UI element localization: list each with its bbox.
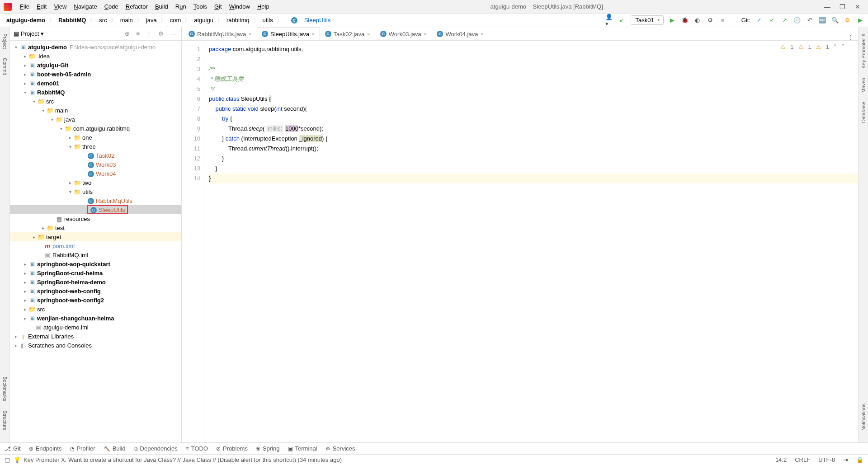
tree-main[interactable]: ▾📁main xyxy=(10,106,181,115)
git-history-icon[interactable]: 🕘 xyxy=(793,16,801,24)
tree-src-top[interactable]: ▸📁src xyxy=(10,305,181,314)
tree-one[interactable]: ▸📁one xyxy=(10,133,181,142)
tree-work04[interactable]: CWork04 xyxy=(10,169,181,178)
tree-task02[interactable]: CTask02 xyxy=(10,151,181,160)
git-commit-icon[interactable]: ✓ xyxy=(768,16,776,24)
tab-sleeputils[interactable]: CSleepUtils.java× xyxy=(257,28,320,40)
right-tab-keypromoter[interactable]: Key Promoter X xyxy=(860,32,867,70)
menu-edit[interactable]: Edit xyxy=(33,2,50,11)
tab-work04[interactable]: CWork04.java× xyxy=(432,28,489,40)
tab-work03[interactable]: CWork03.java× xyxy=(375,28,432,40)
build-hammer-icon[interactable]: ↙ xyxy=(618,16,626,24)
crumb-main[interactable]: main xyxy=(118,16,136,24)
tree-web-config[interactable]: ▸▣springboot-web-config xyxy=(10,287,181,296)
settings-gear-icon[interactable]: ⚙ xyxy=(156,29,165,38)
menu-tools[interactable]: Tools xyxy=(190,2,211,11)
tree-iml[interactable]: ▣RabbitMQ.iml xyxy=(10,250,181,259)
git-update-icon[interactable]: ✓ xyxy=(755,16,763,24)
git-push-icon[interactable]: ↗ xyxy=(780,16,788,24)
crumb-rabbitmq[interactable]: rabbitmq xyxy=(224,16,252,24)
tree-java[interactable]: ▾📁java xyxy=(10,115,181,124)
bottom-git[interactable]: ⎇ Git xyxy=(5,445,21,452)
menu-help[interactable]: Help xyxy=(254,2,273,11)
collapse-all-icon[interactable]: ⋮ xyxy=(144,29,154,38)
tree-boot-web[interactable]: ▸▣boot-web-05-admin xyxy=(10,70,181,79)
tree-heima-demo[interactable]: ▸▣SpringBoot-heima-demo xyxy=(10,277,181,287)
stop-icon[interactable]: ■ xyxy=(719,16,727,24)
chevron-down-icon[interactable]: ˅ xyxy=(841,43,844,50)
tree-crud[interactable]: ▸▣SpringBoot-crud-heima xyxy=(10,268,181,277)
bottom-dependencies[interactable]: ⧉ Dependencies xyxy=(134,445,178,452)
menu-window[interactable]: Window xyxy=(226,2,254,11)
bottom-todo[interactable]: ≡ TODO xyxy=(186,445,208,452)
hide-icon[interactable]: — xyxy=(168,29,178,38)
editor-body[interactable]: ⚠1 ⚠1 ⚠1 ˄ ˅ 1234567891011121314 package… xyxy=(182,41,858,442)
bottom-build[interactable]: 🔨 Build xyxy=(104,445,126,452)
left-tab-bookmarks[interactable]: Bookmarks xyxy=(1,375,9,403)
tab-overflow-icon[interactable]: ⋮ xyxy=(843,33,858,40)
crumb-java[interactable]: java xyxy=(143,16,160,24)
tree-target[interactable]: ▸📁target xyxy=(10,232,181,241)
bottom-services[interactable]: ⚙ Services xyxy=(326,445,355,452)
bottom-terminal[interactable]: ▣ Terminal xyxy=(288,445,317,452)
close-button[interactable]: ✕ xyxy=(851,3,864,10)
expand-all-icon[interactable]: ≡ xyxy=(134,29,142,38)
tree-rabbitmq[interactable]: ▾▣RabbitMQ xyxy=(10,88,181,97)
debug-icon[interactable]: 🐞 xyxy=(681,16,689,24)
tab-rabbitmqutils[interactable]: CRabbitMqUtils.java× xyxy=(184,28,257,40)
tree-two[interactable]: ▸📁two xyxy=(10,178,181,187)
menu-view[interactable]: View xyxy=(50,2,70,11)
tree-demo-iml[interactable]: ▣atguigu-demo.iml xyxy=(10,323,181,332)
tree-ext-lib[interactable]: ▸⫿External Libraries xyxy=(10,332,181,341)
crumb-module[interactable]: RabbitMQ xyxy=(56,16,89,24)
search-icon[interactable]: 🔍 xyxy=(831,16,839,24)
close-tab-icon[interactable]: × xyxy=(480,31,484,38)
menu-file[interactable]: File xyxy=(16,2,33,11)
menu-git[interactable]: Git xyxy=(211,2,226,11)
tab-task02[interactable]: CTask02.java× xyxy=(320,28,375,40)
encoding[interactable]: UTF-8 xyxy=(818,456,835,463)
translate-icon[interactable]: 🔤 xyxy=(818,16,826,24)
bottom-endpoints[interactable]: ⊕ Endpoints xyxy=(29,445,62,452)
bottom-problems[interactable]: ⊘ Problems xyxy=(216,445,248,452)
tree-work03[interactable]: CWork03 xyxy=(10,160,181,169)
right-tab-database[interactable]: Database xyxy=(860,100,867,125)
menu-run[interactable]: Run xyxy=(172,2,190,11)
close-tab-icon[interactable]: × xyxy=(248,31,252,38)
menu-refactor[interactable]: Refactor xyxy=(122,2,151,11)
readonly-lock-icon[interactable]: 🔒 xyxy=(856,456,863,463)
tree-demo01[interactable]: ▸▣demo01 xyxy=(10,79,181,88)
crumb-project[interactable]: atguigu-demo xyxy=(4,16,48,24)
left-tab-structure[interactable]: Structure xyxy=(1,409,9,432)
tree-wenjian[interactable]: ▸▣wenjian-shangchuan-heima xyxy=(10,314,181,323)
caret-position[interactable]: 14:2 xyxy=(775,456,787,463)
tree-three[interactable]: ▾📁three xyxy=(10,142,181,151)
tree-aop[interactable]: ▸▣springboot-aop-quickstart xyxy=(10,259,181,268)
menu-build[interactable]: Build xyxy=(151,2,172,11)
run-anything-icon[interactable]: ▶ xyxy=(856,16,864,24)
indent[interactable]: ⇥ xyxy=(843,456,848,463)
run-config-selector[interactable]: Task01 xyxy=(631,15,664,25)
tree-idea[interactable]: ▸📁.idea xyxy=(10,52,181,61)
tree-pom[interactable]: mpom.xml xyxy=(10,241,181,250)
left-tab-project[interactable]: Project xyxy=(1,32,9,51)
settings-icon[interactable]: ⚙ xyxy=(844,16,852,24)
crumb-utils[interactable]: utils xyxy=(260,16,276,24)
close-tab-icon[interactable]: × xyxy=(367,31,370,38)
maximize-button[interactable]: ❐ xyxy=(835,3,849,10)
right-tab-maven[interactable]: Maven xyxy=(860,76,867,94)
bottom-profiler[interactable]: ◔ Profiler xyxy=(70,445,95,452)
bottom-spring[interactable]: ❀ Spring xyxy=(256,445,280,452)
coverage-icon[interactable]: ◐ xyxy=(693,16,702,24)
tree-resources[interactable]: ≡resources xyxy=(10,214,181,223)
tree-src[interactable]: ▾📁src xyxy=(10,97,181,106)
close-tab-icon[interactable]: × xyxy=(311,31,315,38)
menu-navigate[interactable]: Navigate xyxy=(70,2,100,11)
select-opened-icon[interactable]: ⊕ xyxy=(123,29,132,38)
tree-root[interactable]: ▾▣atguigu-demoE:\idea-workspace\atguigu-… xyxy=(10,42,181,52)
tree-atguigu-git[interactable]: ▸▣atguigu-Git xyxy=(10,61,181,70)
run-icon[interactable]: ▶ xyxy=(668,16,676,24)
crumb-com[interactable]: com xyxy=(167,16,184,24)
tree-scratches[interactable]: ▸◧Scratches and Consoles xyxy=(10,341,181,350)
quick-actions-icon[interactable]: ▢ xyxy=(5,456,10,463)
